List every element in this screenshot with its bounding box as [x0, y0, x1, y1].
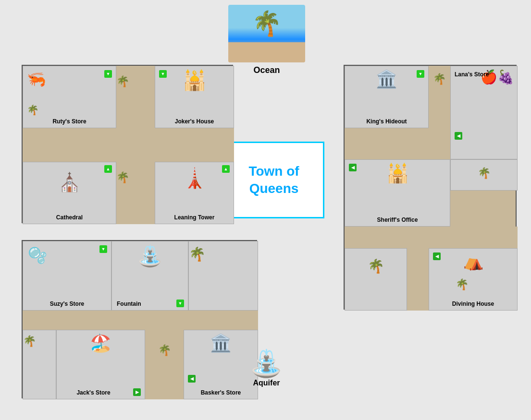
- sw-road-h: [23, 311, 258, 330]
- cell-sheriff-office[interactable]: 🕌 ◀ Sheriff's Office: [345, 159, 450, 227]
- nw-road-h: [23, 128, 234, 162]
- sw-blank-1: 🌴: [188, 241, 258, 311]
- tree-sw-3: 🌴: [145, 344, 184, 357]
- tree-ne-1: 🌴: [429, 73, 450, 85]
- lana-arrow: ◀: [455, 132, 462, 140]
- aquifer-image: ⛲: [250, 350, 283, 377]
- ne-road-v2: [407, 248, 429, 311]
- cell-ruty-store[interactable]: 🦐 ▼ Ruty's Store 🌴: [23, 66, 116, 128]
- joker-label: Joker's House: [155, 118, 234, 125]
- ne-road-h2: [345, 227, 518, 248]
- ne-blank-3: 🌴: [345, 248, 407, 311]
- town-label: Town of Queens: [248, 163, 299, 198]
- district-ne: 🏛️ ▼ King's Hideout 🌴 🍎🍇 ◀ Lana's Store …: [344, 65, 517, 310]
- lana-label: Lana's Store: [455, 71, 489, 78]
- tree-small-1: 🌴: [116, 75, 155, 88]
- fountain-icon: ⛲: [137, 244, 162, 268]
- suzy-icon: 🫧: [28, 246, 47, 264]
- joker-arrow: ▼: [159, 70, 167, 78]
- cell-jack-store[interactable]: 🏖️ ▶ Jack's Store: [56, 330, 145, 399]
- ocean-label: Ocean: [253, 65, 280, 75]
- ne-road-h1: [345, 128, 450, 159]
- ruty-label: Ruty's Store: [23, 118, 116, 125]
- tree-ne-2: 🌴: [451, 167, 517, 180]
- cell-cathedral[interactable]: ▲ ⛪ Cathedral: [23, 162, 116, 224]
- ruty-icon: 🦐: [27, 70, 46, 88]
- suzy-arrow: ▼: [99, 245, 107, 253]
- basker-label: Basker's Store: [184, 389, 258, 396]
- map-container: Ocean Town of Queens 🦐 ▼ Ruty's Store 🌴 …: [0, 0, 531, 420]
- divining-icon: ⛺: [463, 252, 483, 271]
- jack-arrow: ▶: [133, 388, 141, 396]
- tree-ne-4: 🌴: [456, 278, 469, 291]
- cell-lana-store[interactable]: 🍎🍇 ◀ Lana's Store: [450, 66, 518, 159]
- cell-basker-store[interactable]: 🏛️ ◀ Basker's Store: [184, 330, 258, 399]
- cell-fountain[interactable]: ⛲ ▼ Fountain: [111, 241, 188, 311]
- joker-icon: 🕌: [183, 69, 207, 92]
- king-arrow: ▼: [417, 70, 424, 78]
- suzy-label: Suzy's Store: [23, 300, 111, 307]
- ruty-tree: 🌴: [27, 104, 39, 116]
- cell-joker-house[interactable]: 🕌 Joker's House ▼: [155, 66, 234, 128]
- cathedral-label: Cathedral: [23, 214, 116, 221]
- ruty-arrow: ▼: [104, 70, 112, 78]
- aquifer-label: Aquifer: [253, 379, 280, 387]
- tree-ne-3: 🌴: [345, 258, 407, 274]
- jack-label: Jack's Store: [57, 389, 130, 396]
- ocean-area: Ocean: [228, 5, 305, 75]
- sw-blank-2: 🌴: [23, 330, 56, 399]
- ne-blank-2: 🌴: [450, 159, 518, 191]
- fountain-label: Fountain: [112, 300, 140, 307]
- divining-arrow: ◀: [433, 252, 441, 260]
- cell-leaning-tower[interactable]: ▲ 🗼 Leaning Tower: [155, 162, 234, 224]
- ocean-image: [228, 5, 305, 62]
- aquifer-area: ⛲ Aquifer: [250, 350, 283, 387]
- divining-label: Divining House: [429, 300, 517, 307]
- cell-suzy-store[interactable]: 🫧 ▼ Suzy's Store: [23, 241, 111, 311]
- cell-king-hideout[interactable]: 🏛️ ▼ King's Hideout: [345, 66, 429, 128]
- cathedral-icon: ⛪: [58, 172, 81, 193]
- tree-small-2: 🌴: [116, 171, 155, 184]
- cell-divining-house[interactable]: ⛺ ◀ Divining House 🌴: [429, 248, 518, 311]
- tree-sw-2: 🌴: [23, 335, 56, 348]
- sheriff-arrow: ◀: [349, 164, 357, 171]
- nw-road-1: 🌴: [116, 66, 155, 128]
- basker-arrow: ◀: [188, 375, 196, 383]
- sheriff-icon: 🕌: [386, 163, 409, 184]
- district-sw: 🫧 ▼ Suzy's Store ⛲ ▼ Fountain 🌴 🌴 🏖️ ▶ J…: [22, 240, 257, 398]
- nw-road-2: 🌴: [116, 162, 155, 224]
- leaning-label: Leaning Tower: [155, 214, 234, 221]
- leaning-arrow: ▲: [222, 165, 230, 173]
- king-label: King's Hideout: [345, 118, 428, 125]
- tree-sw-1: 🌴: [189, 246, 258, 262]
- town-box: Town of Queens: [223, 142, 324, 218]
- basker-icon: 🏛️: [210, 333, 232, 353]
- fountain-arrow: ▼: [176, 300, 184, 307]
- cathedral-arrow: ▲: [104, 165, 112, 173]
- sw-road-v: 🌴: [145, 330, 184, 399]
- ne-road-1: 🌴: [429, 66, 450, 128]
- leaning-icon: 🗼: [183, 167, 207, 190]
- sheriff-label: Sheriff's Office: [345, 216, 450, 223]
- king-icon: 🏛️: [376, 69, 397, 89]
- district-nw: 🦐 ▼ Ruty's Store 🌴 🌴 🕌 Joker's House ▼ ▲…: [22, 65, 233, 223]
- jack-icon: 🏖️: [90, 333, 111, 353]
